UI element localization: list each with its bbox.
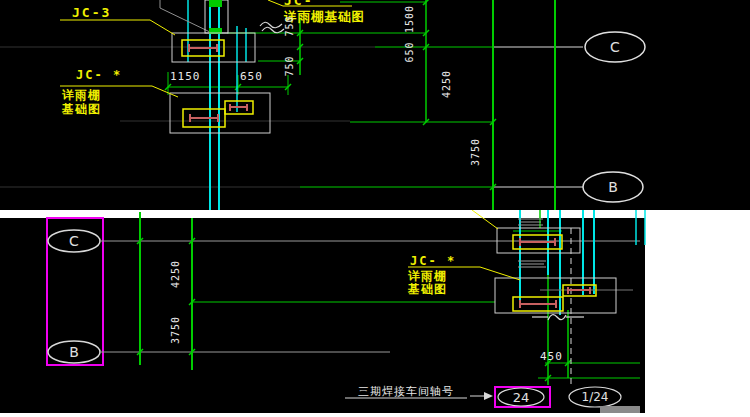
dim-650-vertical: 650 — [404, 41, 415, 62]
axis-annotation-text: 三期焊接车间轴号 — [358, 384, 454, 399]
leader-jc3 — [60, 20, 175, 35]
leader-upper — [472, 210, 498, 229]
dim-3750: 3750 — [170, 316, 181, 344]
break-symbol — [532, 315, 584, 320]
leader-gray — [160, 0, 212, 33]
dim-4250: 4250 — [441, 70, 452, 98]
axis-bubble-c-label: C — [610, 39, 620, 55]
top-drawing-geometry — [0, 0, 750, 210]
label-jc-star: JC- * — [76, 68, 122, 82]
label-jc-star-note-line2: 基础图 — [62, 101, 101, 118]
cad-screenshot: JC-3 JC- * 详雨棚 基础图 JC- 详雨棚基础图 1150 650 7… — [0, 0, 750, 417]
illegible-annotation-2 — [518, 261, 546, 267]
rebar-mark-2b — [230, 104, 247, 111]
column-lines-cyan — [520, 210, 645, 315]
label-jc-top-note: 详雨棚基础图 — [284, 9, 365, 26]
cad-viewport-bottom: C B 4250 3750 450 JC- * 详雨棚 基础图 三期焊接车间轴号… — [0, 210, 750, 417]
dim-1150: 1150 — [170, 70, 201, 83]
dim-450: 450 — [540, 350, 563, 363]
axis-bubble-b-label: B — [69, 344, 79, 360]
grid-bubble-24-label: 24 — [513, 390, 530, 405]
dim-3750: 3750 — [470, 138, 481, 166]
label-jc3: JC-3 — [72, 5, 111, 20]
axis-bubble-b-label: B — [608, 179, 618, 195]
rebar-mark-1 — [189, 44, 217, 52]
label-jc-star: JC- * — [410, 254, 456, 268]
grid-bubble-1-24-label: 1/24 — [582, 390, 609, 404]
axis-bubble-c-label: C — [69, 233, 79, 249]
label-jc-top: JC- — [284, 0, 313, 8]
dim-750-lower: 750 — [284, 55, 295, 76]
rebar-mark-upper — [520, 238, 555, 246]
label-jc-star-note-line2: 基础图 — [408, 281, 447, 298]
arrowhead — [484, 392, 493, 400]
cad-viewport-top: JC-3 JC- * 详雨棚 基础图 JC- 详雨棚基础图 1150 650 7… — [0, 0, 750, 210]
intermediate-axis-line — [120, 121, 493, 122]
grid-lines-green — [140, 210, 568, 385]
dim-1500: 1500 — [404, 5, 415, 33]
dim-750-upper: 750 — [284, 15, 295, 36]
dimension-tick-arrows — [137, 238, 571, 381]
dim-650-horizontal: 650 — [240, 70, 263, 83]
gray-bar — [600, 406, 640, 413]
column-cap-green-top — [209, 0, 222, 7]
rebar-mark-lower-a — [520, 300, 556, 308]
break-symbol — [260, 22, 284, 33]
dim-4250: 4250 — [170, 260, 181, 288]
